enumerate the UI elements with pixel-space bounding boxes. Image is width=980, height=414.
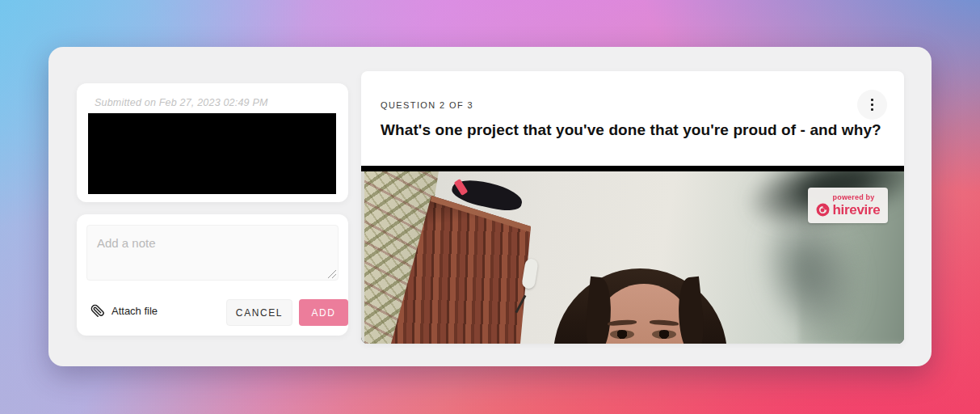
redacted-candidate-info bbox=[88, 113, 336, 194]
add-button[interactable]: ADD bbox=[299, 299, 348, 326]
attach-file-button[interactable]: Attach file bbox=[90, 304, 158, 318]
submission-card: Submitted on Feb 27, 2023 02:49 PM bbox=[77, 83, 348, 202]
powered-by-badge: powered by hirevire bbox=[808, 188, 888, 223]
eye-left bbox=[610, 330, 634, 339]
video-player[interactable]: powered by hirevire bbox=[361, 166, 904, 344]
kebab-menu-button[interactable] bbox=[857, 90, 887, 120]
paperclip-icon bbox=[90, 304, 104, 318]
kebab-dot bbox=[871, 104, 873, 106]
video-letterbox bbox=[361, 166, 904, 171]
main-card: Submitted on Feb 27, 2023 02:49 PM Attac… bbox=[48, 47, 932, 366]
note-input[interactable] bbox=[86, 225, 339, 281]
hirevire-logo-icon bbox=[815, 202, 831, 218]
kebab-dot bbox=[871, 99, 873, 101]
hirevire-wordmark: hirevire bbox=[832, 202, 880, 218]
question-panel: QUESTION 2 OF 3 What's one project that … bbox=[361, 71, 904, 344]
powered-by-label: powered by bbox=[832, 193, 874, 201]
cancel-button[interactable]: CANCEL bbox=[226, 299, 292, 326]
question-counter: QUESTION 2 OF 3 bbox=[381, 100, 473, 110]
submitted-timestamp: Submitted on Feb 27, 2023 02:49 PM bbox=[95, 97, 268, 108]
note-card: Attach file CANCEL ADD bbox=[77, 214, 348, 336]
question-text: What's one project that you've done that… bbox=[381, 121, 881, 139]
kebab-dot bbox=[871, 108, 873, 111]
note-actions: Attach file CANCEL ADD bbox=[86, 298, 339, 326]
eye-right bbox=[652, 330, 676, 339]
attach-file-label: Attach file bbox=[111, 305, 158, 317]
note-input-wrap bbox=[86, 225, 339, 281]
video-frame: powered by hirevire bbox=[361, 171, 904, 344]
